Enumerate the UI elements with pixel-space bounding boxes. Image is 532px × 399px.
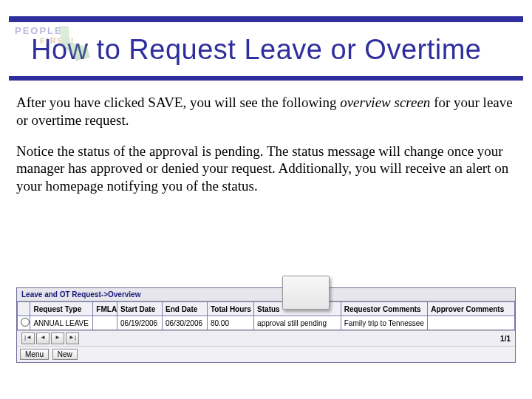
mid-divider	[9, 76, 523, 81]
cell-approver-comments	[428, 316, 515, 330]
request-table: Request Type FMLA Start Date End Date To…	[17, 301, 515, 330]
body-text: After you have clicked SAVE, you will se…	[16, 94, 513, 195]
app-pane: Leave and OT Request->Overview Request T…	[16, 287, 516, 363]
col-select	[18, 302, 30, 316]
cell-request-type: ANNUAL LEAVE	[30, 316, 93, 330]
table-header-row: Request Type FMLA Start Date End Date To…	[18, 302, 515, 316]
pager-buttons: |◄ ◄ ► ►|	[21, 332, 79, 344]
col-end-date: End Date	[162, 302, 207, 316]
col-fmla: FMLA	[93, 302, 117, 316]
paragraph-2: Notice the status of the approval is pen…	[16, 143, 513, 195]
radio-icon[interactable]	[21, 318, 30, 327]
paragraph-1: After you have clicked SAVE, you will se…	[16, 94, 513, 129]
col-request-type: Request Type	[30, 302, 93, 316]
logo: PEOPLE FIRST!	[15, 25, 96, 62]
cell-requestor-comments: Family trip to Tennessee	[341, 316, 428, 330]
pager-strip: |◄ ◄ ► ►| 1/1	[17, 330, 515, 346]
cell-end-date: 06/30/2006	[162, 316, 207, 330]
breadcrumb: Leave and OT Request->Overview	[17, 288, 515, 301]
cell-start-date: 06/19/2006	[117, 316, 163, 330]
callout-overlay	[282, 276, 330, 310]
top-divider	[9, 16, 523, 22]
cell-fmla	[93, 316, 117, 330]
pager-next-button[interactable]: ►	[51, 332, 64, 344]
new-button[interactable]: New	[52, 349, 78, 360]
col-total-hours: Total Hours	[207, 302, 253, 316]
col-approver-comments: Approver Comments	[428, 302, 515, 316]
col-requestor-comments: Requestor Comments	[341, 302, 428, 316]
action-bar: Menu New	[17, 346, 515, 362]
cell-total-hours: 80.00	[207, 316, 253, 330]
logo-line1: PEOPLE	[15, 25, 96, 36]
page-count: 1/1	[500, 335, 511, 343]
pager-first-button[interactable]: |◄	[21, 332, 35, 344]
slide: PEOPLE FIRST! How to Request Leave or Ov…	[0, 0, 532, 399]
pager-last-button[interactable]: ►|	[66, 332, 79, 344]
menu-button[interactable]: Menu	[20, 349, 49, 360]
row-radio[interactable]	[18, 316, 30, 330]
pager-prev-button[interactable]: ◄	[36, 332, 50, 344]
table-row[interactable]: ANNUAL LEAVE 06/19/2006 06/30/2006 80.00…	[18, 316, 515, 330]
cell-status: approval still pending	[254, 316, 341, 330]
page-title: How to Request Leave or Overtime	[31, 34, 532, 66]
col-start-date: Start Date	[117, 302, 163, 316]
